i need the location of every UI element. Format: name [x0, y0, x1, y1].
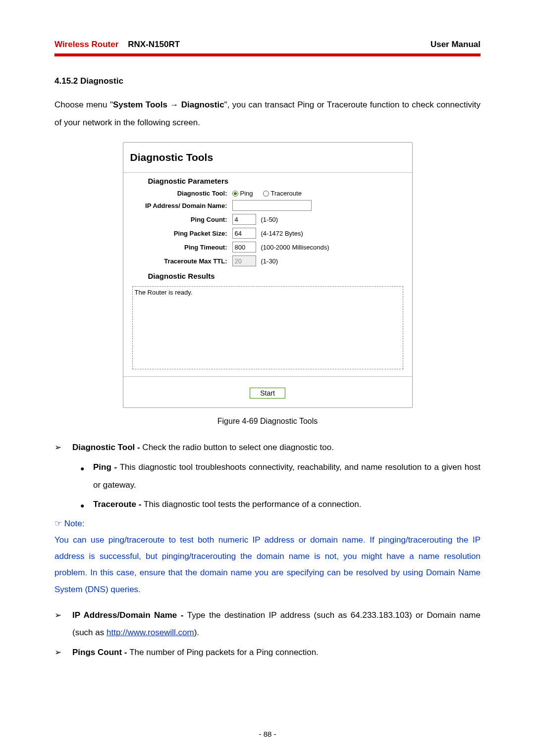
diagnostic-tool-label: Diagnostic Tool: [123, 190, 232, 197]
ping-count-hint: (1-50) [261, 216, 278, 223]
ip-input[interactable] [232, 200, 312, 211]
bullet-pings-count: ➢ Pings Count - The number of Ping packe… [54, 644, 481, 661]
start-button[interactable]: Start [250, 388, 285, 399]
bullet-diagnostic-tool: ➢ Diagnostic Tool - Check the radio butt… [54, 439, 481, 456]
ping-radio[interactable]: Ping [232, 190, 253, 197]
page-header: Wireless Router RNX-N150RT User Manual [54, 40, 481, 53]
arrow-icon: ➢ [54, 644, 72, 661]
diagnostic-panel: Diagnostic Tools Diagnostic Parameters D… [123, 142, 413, 408]
bullet-ip-address: ➢ IP Address/Domain Name - Type the dest… [54, 606, 481, 642]
row-ping-packet-size: Ping Packet Size: (4-1472 Bytes) [123, 226, 412, 240]
figure-caption: Figure 4-69 Diagnostic Tools [54, 417, 481, 426]
bullet-ping: ● Ping - This diagnostic tool troublesho… [80, 458, 481, 494]
row-ip-address: IP Address/ Domain Name: [123, 199, 412, 212]
panel-title: Diagnostic Tools [123, 147, 412, 172]
ping-timeout-label: Ping Timeout: [123, 244, 232, 251]
intro-paragraph: Choose menu "System Tools → Diagnostic",… [54, 96, 481, 131]
row-diagnostic-tool: Diagnostic Tool: Ping Traceroute [123, 188, 412, 199]
results-text: The Router is ready. [135, 289, 193, 296]
ping-count-label: Ping Count: [123, 216, 232, 223]
model-label: RNX-N150RT [128, 40, 180, 49]
ping-timeout-hint: (100-2000 Milliseconds) [261, 244, 329, 251]
manual-label: User Manual [430, 40, 481, 50]
ping-pkt-input[interactable] [232, 228, 256, 239]
bullet-dot-icon: ● [80, 458, 93, 494]
parameters-title: Diagnostic Parameters [123, 173, 412, 188]
trace-ttl-hint: (1-30) [261, 257, 278, 265]
bullet-dot-icon: ● [80, 496, 93, 513]
trace-ttl-label: Traceroute Max TTL: [123, 257, 232, 265]
note-heading: ☞ Note: [54, 518, 481, 529]
radio-selected-icon [232, 191, 238, 197]
row-ping-timeout: Ping Timeout: (100-2000 Milliseconds) [123, 240, 412, 254]
ping-timeout-input[interactable] [232, 242, 256, 252]
row-ping-count: Ping Count: (1-50) [123, 212, 412, 226]
arrow-icon: ➢ [54, 439, 72, 456]
arrow-icon: ➢ [54, 606, 72, 642]
brand-label: Wireless Router [54, 40, 118, 49]
results-title: Diagnostic Results [123, 268, 412, 283]
results-box: The Router is ready. [132, 286, 403, 369]
rosewill-link[interactable]: http://www.rosewill.com [107, 628, 194, 637]
bullet-traceroute: ● Traceroute - This diagnostic tool test… [80, 496, 481, 513]
page-number: - 88 - [0, 730, 535, 738]
header-divider [54, 53, 481, 56]
ping-pkt-label: Ping Packet Size: [123, 230, 232, 237]
radio-unselected-icon [263, 191, 269, 197]
ping-count-input[interactable] [232, 214, 256, 225]
section-heading: 4.15.2 Diagnostic [54, 76, 481, 86]
traceroute-radio[interactable]: Traceroute [263, 190, 302, 197]
ping-pkt-hint: (4-1472 Bytes) [261, 230, 303, 237]
row-trace-ttl: Traceroute Max TTL: (1-30) [123, 254, 412, 268]
trace-ttl-input [232, 255, 256, 266]
note-body: You can use ping/traceroute to test both… [54, 532, 481, 598]
ip-label: IP Address/ Domain Name: [123, 202, 232, 209]
